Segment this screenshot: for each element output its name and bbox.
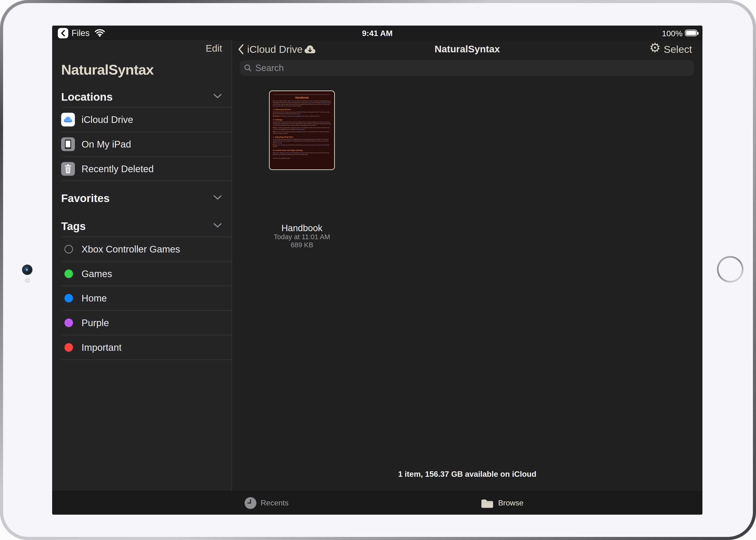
light-sensor (25, 278, 30, 283)
folder-icon (480, 497, 494, 509)
sidebar-tag-home[interactable]: Home (52, 286, 232, 310)
sidebar-app-title: NaturalSyntax (61, 62, 154, 78)
trash-icon (61, 162, 75, 176)
sidebar-tag-important[interactable]: Important (52, 336, 232, 359)
status-time: 9:41 AM (52, 29, 702, 38)
thumb-heading: ▤Lexical Color and Style Overlay (273, 149, 331, 151)
tag-label: Important (82, 342, 121, 353)
home-button[interactable] (717, 256, 743, 283)
sidebar-item-label: Recently Deleted (82, 164, 154, 174)
select-button[interactable]: Select (663, 44, 692, 55)
clock-icon (244, 497, 257, 509)
chevron-down-icon[interactable] (214, 195, 222, 201)
tab-browse[interactable]: Browse (480, 491, 523, 515)
chevron-down-icon[interactable] (214, 94, 222, 99)
sidebar-item-on-my-ipad[interactable]: On My iPad (52, 132, 232, 156)
search-icon (244, 64, 252, 72)
sidebar: Edit NaturalSyntax Locations iCloud Driv… (52, 40, 232, 491)
download-icon: ↓ (273, 136, 274, 138)
gear-icon: ⚙ (273, 119, 274, 121)
search-bar[interactable] (240, 60, 694, 76)
thumb-paragraph: Pro tip: a number of people like to setu… (273, 127, 331, 130)
tag-label: Games (82, 269, 112, 279)
thumb-title: Handbook (273, 96, 331, 99)
tag-label: Xbox Controller Games (82, 244, 180, 255)
thumb-rule (273, 94, 331, 95)
file-name: Handbook (255, 223, 349, 233)
screen: Files 9:41 AM 100% Edit NaturalSyntax Lo… (52, 26, 702, 515)
thumb-heading: ↓Importing ePub Files (273, 136, 331, 138)
tag-label: Home (82, 293, 107, 304)
thumb-paragraph: At the top left of the file browser, you… (273, 111, 331, 115)
gear-icon[interactable]: ⚙ (649, 41, 661, 55)
camera-glint (26, 269, 28, 271)
file-thumbnail: Handbook Welcome to Natural Syntax, with… (269, 90, 335, 170)
battery-icon (685, 30, 697, 36)
thumb-paragraph: Pro tip: If you only have your ePub file… (273, 144, 331, 148)
sidebar-item-recently-deleted[interactable]: Recently Deleted (52, 157, 232, 181)
thumb-footer: Thanks for using Natural Syntax! (273, 158, 331, 159)
content-pane: iCloud Drive NaturalSyntax ⚙ Select (232, 40, 702, 491)
tag-circle-icon (65, 270, 73, 278)
search-input[interactable] (255, 63, 660, 73)
tag-circle-icon (65, 343, 73, 352)
tag-circle-icon (65, 294, 73, 303)
edit-button[interactable]: Edit (206, 43, 222, 54)
tag-label: Purple (82, 318, 109, 328)
ipad-icon (61, 137, 75, 151)
front-camera (23, 265, 32, 274)
thumb-paragraph: At the top right of both the file browse… (273, 121, 331, 126)
sidebar-item-label: On My iPad (82, 139, 131, 150)
tab-recents-label: Recents (261, 498, 288, 507)
file-modified: Today at 11:01 AM (255, 233, 349, 241)
sidebar-tag-games[interactable]: Games (52, 262, 232, 286)
thumb-paragraph: Note: some of the customization options … (273, 131, 331, 134)
tab-bar: Recents Browse (52, 491, 702, 515)
thumb-paragraph: You can import your own ePub files into … (273, 139, 331, 144)
cloud-icon: ☁ (273, 109, 275, 111)
item-count-status: 1 item, 156.37 GB available on iCloud (232, 470, 702, 479)
overlay-icon: ▤ (273, 149, 275, 151)
section-header-tags[interactable]: Tags (61, 220, 86, 232)
sidebar-item-label: iCloud Drive (82, 114, 133, 125)
thumb-heading: ☁Discovery Service (273, 108, 331, 111)
thumb-paragraph: Welcome to Natural Syntax, within it you… (273, 100, 331, 107)
section-header-favorites[interactable]: Favorites (61, 192, 110, 204)
file-size: 689 KB (255, 241, 349, 249)
sidebar-item-icloud-drive[interactable]: iCloud Drive (52, 107, 232, 132)
status-bar: Files 9:41 AM 100% (52, 26, 702, 40)
thumb-heading: ⚙Settings (273, 119, 331, 121)
battery-percent: 100% (662, 29, 682, 38)
nav-title: NaturalSyntax (232, 44, 702, 55)
tab-recents[interactable]: Recents (244, 491, 288, 515)
tag-circle-icon (65, 319, 73, 327)
divider (61, 181, 232, 181)
page: Files 9:41 AM 100% Edit NaturalSyntax Lo… (0, 0, 756, 540)
sidebar-tag-xbox-controller-games[interactable]: Xbox Controller Games (52, 237, 232, 261)
tag-circle-icon (65, 245, 73, 253)
thumb-paragraph: While you're reading your book, you can … (273, 152, 331, 155)
chevron-down-icon[interactable] (214, 223, 222, 229)
section-header-locations[interactable]: Locations (61, 90, 112, 103)
thumb-paragraph: Please Note: The Discovery Service is on… (273, 115, 331, 117)
sidebar-tag-purple[interactable]: Purple (52, 311, 232, 335)
tab-browse-label: Browse (498, 498, 523, 507)
icloud-drive-icon (61, 113, 75, 126)
divider (61, 359, 232, 360)
